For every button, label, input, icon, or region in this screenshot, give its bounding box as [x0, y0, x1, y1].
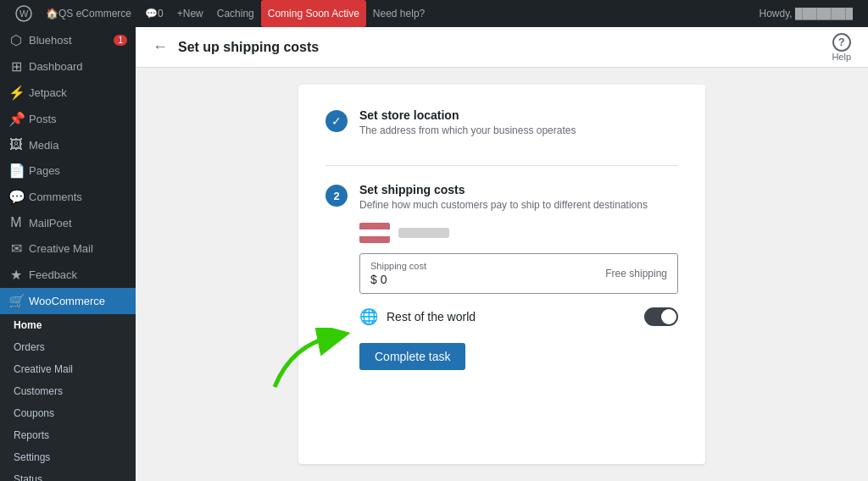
sidebar-item-pages[interactable]: 📄 Pages [0, 158, 136, 184]
sidebar-submenu-status[interactable]: Status [0, 468, 136, 481]
sidebar-submenu-settings[interactable]: Settings [0, 446, 136, 468]
complete-task-button[interactable]: Complete task [359, 343, 465, 370]
sidebar: ⬡ Bluehost 1 ⊞ Dashboard ⚡ Jetpack 📌 Pos… [0, 27, 136, 481]
mailpoet-icon: M [8, 215, 24, 230]
sidebar-item-creative-mail[interactable]: ✉ Creative Mail [0, 235, 136, 262]
sidebar-item-posts[interactable]: 📌 Posts [0, 106, 136, 132]
step1-content: Set store location The address from whic… [359, 108, 678, 148]
sidebar-submenu-orders[interactable]: Orders [0, 336, 136, 358]
jetpack-icon: ⚡ [8, 85, 24, 101]
step1-title: Set store location [359, 108, 678, 122]
adminbar-comments[interactable]: 💬 0 [138, 0, 170, 27]
green-arrow-annotation [266, 328, 359, 395]
sidebar-item-bluehost[interactable]: ⬡ Bluehost 1 [0, 27, 136, 53]
help-button[interactable]: ? Help [832, 33, 851, 62]
rest-of-world-row: 🌐 Rest of the world [359, 307, 678, 326]
feedback-icon: ★ [8, 267, 24, 283]
pages-icon: 📄 [8, 163, 24, 179]
adminbar-need-help[interactable]: Need help? [366, 0, 431, 27]
globe-icon: 🌐 [359, 307, 378, 326]
adminbar-coming-soon[interactable]: Coming Soon Active [261, 0, 366, 27]
setup-card: ✓ Set store location The address from wh… [298, 85, 705, 464]
sidebar-submenu-reports[interactable]: Reports [0, 424, 136, 446]
comments-sidebar-icon: 💬 [8, 189, 24, 205]
sidebar-item-comments[interactable]: 💬 Comments [0, 184, 136, 210]
shipping-cost-label: Shipping cost [370, 261, 426, 271]
toggle-rest-of-world[interactable] [644, 307, 678, 326]
home-icon: 🏠 [46, 8, 58, 19]
posts-icon: 📌 [8, 111, 24, 127]
sidebar-submenu-customers[interactable]: Customers [0, 380, 136, 402]
back-button[interactable]: ← [153, 38, 168, 56]
step-2-row: 2 Set shipping costs Define how much cus… [326, 183, 678, 387]
shipping-cost-value: $ 0 [370, 273, 426, 286]
comments-icon: 💬 [145, 8, 158, 19]
shipping-cost-box[interactable]: Shipping cost $ 0 Free shipping [359, 253, 678, 294]
adminbar-new[interactable]: + New [170, 0, 210, 27]
wp-logo[interactable]: W [8, 5, 39, 22]
step2-content: Set shipping costs Define how much custo… [359, 183, 678, 370]
shipping-zone-row [359, 223, 678, 243]
creative-mail-icon: ✉ [8, 240, 24, 257]
sidebar-item-mailpoet[interactable]: M MailPoet [0, 210, 136, 235]
sidebar-item-media[interactable]: 🖼 Media [0, 132, 136, 158]
sidebar-submenu-coupons[interactable]: Coupons [0, 402, 136, 424]
woocommerce-icon: 🛒 [8, 293, 24, 309]
content-header: ← Set up shipping costs ? Help [136, 27, 868, 68]
step2-num-icon: 2 [326, 185, 348, 207]
complete-task-container: Complete task [359, 343, 678, 370]
step-1-row: ✓ Set store location The address from wh… [326, 108, 678, 166]
content-body: ✓ Set store location The address from wh… [136, 68, 868, 481]
page-title: Set up shipping costs [178, 40, 319, 55]
free-shipping-badge: Free shipping [605, 268, 667, 279]
sidebar-item-dashboard[interactable]: ⊞ Dashboard [0, 53, 136, 80]
adminbar-site[interactable]: 🏠 QS eCommerce [39, 0, 138, 27]
adminbar-caching[interactable]: Caching [210, 0, 261, 27]
zone-name-blurred [398, 228, 449, 238]
world-label: Rest of the world [387, 310, 636, 323]
help-icon: ? [832, 33, 851, 52]
step2-title: Set shipping costs [359, 183, 678, 196]
step2-desc: Define how much customers pay to ship to… [359, 199, 678, 211]
sidebar-item-jetpack[interactable]: ⚡ Jetpack [0, 80, 136, 106]
sidebar-item-feedback[interactable]: ★ Feedback [0, 262, 136, 288]
sidebar-item-woocommerce[interactable]: 🛒 WooCommerce [0, 288, 136, 314]
bluehost-badge: 1 [114, 35, 127, 46]
dashboard-icon: ⊞ [8, 58, 24, 75]
svg-text:W: W [19, 8, 29, 19]
sidebar-submenu-creative-mail[interactable]: Creative Mail [0, 358, 136, 380]
step1-desc: The address from which your business ope… [359, 124, 678, 136]
step1-check-icon: ✓ [326, 110, 348, 132]
bluehost-icon: ⬡ [8, 32, 24, 48]
plus-icon: + [177, 8, 183, 19]
zone-flag-icon [359, 223, 390, 243]
sidebar-submenu-home[interactable]: Home [0, 314, 136, 336]
adminbar-howdy: Howdy, ████████ [753, 0, 860, 27]
admin-bar: W 🏠 QS eCommerce 💬 0 + New Caching Comin… [0, 0, 868, 27]
media-icon: 🖼 [8, 137, 24, 152]
